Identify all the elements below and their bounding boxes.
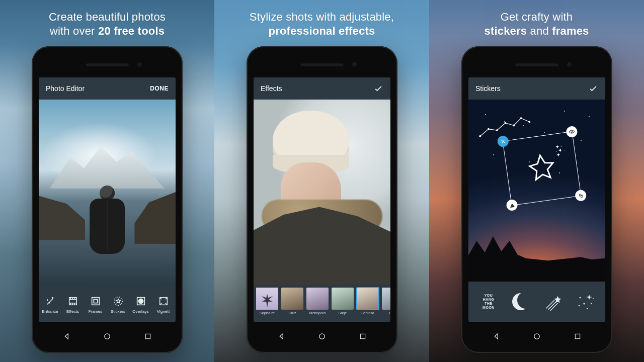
svg-rect-8 [145,334,150,338]
phone-mockup-1: Photo Editor DONE Enhance E [32,46,183,353]
phone-mockup-3: Stickers [461,46,612,353]
svg-point-21 [580,297,581,299]
effect-label: Sentosa [361,311,374,315]
person-silhouette [87,186,127,266]
phone-1-screen: Photo Editor DONE Enhance E [39,77,176,322]
filmstrip-icon [67,295,79,307]
tool-overlays[interactable]: Overlays [129,293,152,314]
phone-2-screen: Effects Signature Cruz [254,77,390,322]
svg-point-15 [513,125,515,127]
svg-point-16 [520,118,522,120]
panel-3-headline: Get crafty with stickers and frames [429,10,644,38]
effect-sage[interactable]: Sage [331,288,354,315]
effects-title: Effects [261,84,282,93]
svg-point-7 [105,334,110,339]
phone-camera [567,62,572,67]
nav-home-icon[interactable] [316,331,328,342]
nav-back-icon[interactable] [491,331,502,342]
phone-speaker [515,63,558,66]
android-navbar [461,331,612,342]
stickers-title: Stickers [475,84,501,93]
svg-point-18 [571,131,573,133]
sticker-crescent-moon[interactable] [506,288,536,315]
nav-home-icon[interactable] [102,331,113,342]
effects-canvas[interactable] [254,100,390,285]
sample-photo-portrait [254,100,390,285]
effect-signature[interactable]: Signature [256,288,279,315]
effect-cruz[interactable]: Cruz [281,288,304,315]
sample-photo-landscape [39,100,176,285]
svg-point-25 [587,308,588,309]
editor-title: Photo Editor [46,84,85,93]
panel-2-headline: Stylize shots with adjustable, professio… [214,10,429,38]
svg-point-17 [529,121,531,123]
svg-point-11 [479,136,481,138]
effect-label: Sage [339,311,347,315]
svg-point-5 [138,299,143,303]
tool-enhance[interactable]: Enhance [39,293,61,314]
phone-speaker [300,63,344,66]
magic-wand-icon [44,295,56,307]
stickers-header: Stickers [468,77,605,100]
effects-header: Effects [254,77,390,100]
editor-header: Photo Editor DONE [39,77,176,100]
editor-canvas[interactable] [39,100,176,285]
sticker-transform-box[interactable]: ✦ ·· ✦ ·✦ ✕ [503,131,582,206]
svg-point-13 [496,130,498,132]
star-sticker-icon: ✦ ·· ✦ ·✦ [503,132,581,205]
svg-point-26 [593,298,594,299]
phone-speaker [86,63,129,66]
phone-camera [352,62,357,67]
stickers-canvas[interactable]: ✦ ·· ✦ ·✦ ✕ [468,100,605,282]
tool-label: Stickers [111,309,125,314]
effect-boardwalk[interactable]: Boar [381,288,390,315]
overlay-circle-icon [135,295,147,307]
nav-home-icon[interactable] [531,331,542,342]
nav-recent-icon[interactable] [357,331,368,342]
effects-strip[interactable]: Signature Cruz Metropolis Sage Sentosa B… [254,285,390,322]
sticker-you-hang-the-moon[interactable]: YOU HANG THE MOON [473,288,504,315]
sample-photo-nightsky: ✦ ·· ✦ ·✦ ✕ [468,100,605,282]
panel-1-headline: Create beautiful photos with over 20 fre… [0,10,214,38]
nav-back-icon[interactable] [61,331,72,342]
tool-label: Enhance [42,309,58,314]
tool-stickers[interactable]: Stickers [107,293,129,314]
nav-recent-icon[interactable] [572,331,583,342]
sticker-shooting-star[interactable] [538,288,568,315]
apply-check-icon[interactable] [373,83,383,94]
nav-back-icon[interactable] [276,331,287,342]
sticker-twinkle[interactable] [570,288,600,315]
svg-point-22 [583,303,585,304]
star-circle-icon [112,295,124,307]
shooting-star-icon [543,292,563,312]
tool-toolbar: Enhance Effects Frames Stickers [39,285,176,322]
svg-point-23 [591,303,592,304]
svg-point-27 [534,334,540,339]
effect-label: Signature [260,311,275,315]
done-button[interactable]: DONE [150,85,169,92]
tool-effects[interactable]: Effects [61,293,84,314]
vignette-icon [157,295,170,307]
svg-rect-2 [94,299,97,303]
tool-frames[interactable]: Frames [84,293,107,314]
svg-point-14 [505,122,507,124]
tool-label: Effects [66,309,79,314]
android-navbar [247,331,397,342]
effect-metropolis[interactable]: Metropolis [306,288,329,315]
nav-recent-icon[interactable] [142,331,153,342]
moon-icon [512,293,529,310]
sticker-palette[interactable]: YOU HANG THE MOON [468,282,605,322]
tool-vignette[interactable]: Vignett [152,293,175,314]
effect-label: Metropolis [309,311,326,315]
apply-check-icon[interactable] [588,83,598,94]
tool-label: Overlays [132,309,148,314]
phone-3-screen: Stickers [468,77,605,322]
phone-camera [137,62,142,67]
effect-label: Cruz [289,311,296,315]
frame-icon [90,295,102,307]
phone-mockup-2: Effects Signature Cruz [247,46,397,353]
effect-sentosa[interactable]: Sentosa [356,288,379,315]
svg-rect-28 [575,334,580,338]
twinkle-icon [574,291,596,313]
effect-label: Boar [389,311,390,315]
